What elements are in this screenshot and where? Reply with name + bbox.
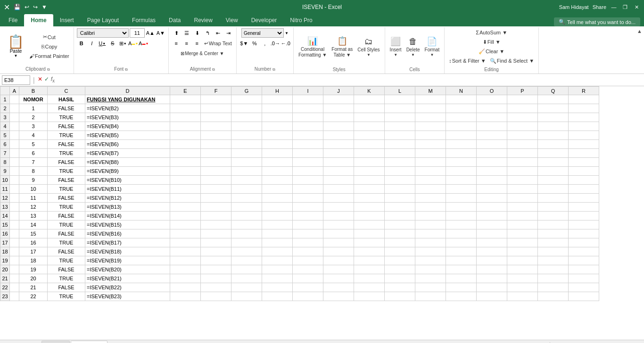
cell-P14[interactable] xyxy=(507,212,538,220)
align-center-button[interactable]: ≡ xyxy=(182,39,191,48)
cell-O22[interactable] xyxy=(477,283,507,292)
cell-A15[interactable] xyxy=(10,220,19,229)
cell-K9[interactable] xyxy=(354,167,385,176)
cell-F10[interactable] xyxy=(201,176,231,185)
cell-K17[interactable] xyxy=(354,238,385,247)
clear-button[interactable]: 🧹 Clear ▼ xyxy=(477,47,506,56)
formula-input[interactable] xyxy=(57,77,642,83)
cell-Q11[interactable] xyxy=(538,185,569,194)
restore-button[interactable]: ❐ xyxy=(621,3,629,11)
cell-M9[interactable] xyxy=(415,167,446,176)
cell-A22[interactable] xyxy=(10,283,19,292)
cell-L21[interactable] xyxy=(385,274,415,283)
cell-E19[interactable] xyxy=(170,256,201,265)
cell-P6[interactable] xyxy=(507,140,538,149)
cell-I19[interactable] xyxy=(293,256,323,265)
cell-F16[interactable] xyxy=(201,229,231,238)
row-number[interactable]: 14 xyxy=(0,212,10,220)
bold-button[interactable]: B xyxy=(77,39,86,48)
grid-scroll-area[interactable]: A B C D E F G H I J K L M N O xyxy=(0,86,644,340)
cell-P20[interactable] xyxy=(507,265,538,274)
cell-J6[interactable] xyxy=(323,140,354,149)
cell-H1[interactable] xyxy=(262,95,293,104)
cell-F12[interactable] xyxy=(201,194,231,203)
cell-J14[interactable] xyxy=(323,212,354,220)
cell-D3[interactable]: =ISEVEN(B3) xyxy=(85,113,170,122)
share-button[interactable]: Share xyxy=(593,4,606,10)
cell-R12[interactable] xyxy=(569,194,599,203)
number-format-select[interactable]: General xyxy=(241,28,284,38)
cell-L5[interactable] xyxy=(385,131,415,140)
cell-M4[interactable] xyxy=(415,122,446,131)
cell-R13[interactable] xyxy=(569,203,599,212)
cell-J11[interactable] xyxy=(323,185,354,194)
cell-A23[interactable] xyxy=(10,292,19,301)
cell-I5[interactable] xyxy=(293,131,323,140)
cell-E23[interactable] xyxy=(170,292,201,301)
cell-H17[interactable] xyxy=(262,238,293,247)
cell-K10[interactable] xyxy=(354,176,385,185)
cell-R11[interactable] xyxy=(569,185,599,194)
cell-C9[interactable]: TRUE xyxy=(48,167,85,176)
cell-Q15[interactable] xyxy=(538,220,569,229)
cell-H4[interactable] xyxy=(262,122,293,131)
cell-H23[interactable] xyxy=(262,292,293,301)
cell-L22[interactable] xyxy=(385,283,415,292)
cell-J8[interactable] xyxy=(323,158,354,167)
cell-A12[interactable] xyxy=(10,194,19,203)
tab-nitro-pro[interactable]: Nitro Pro xyxy=(283,14,319,26)
align-left-button[interactable]: ≡ xyxy=(172,39,181,48)
cell-B8[interactable]: 7 xyxy=(19,158,48,167)
cell-G23[interactable] xyxy=(231,292,262,301)
italic-button[interactable]: I xyxy=(87,39,97,48)
row-number[interactable]: 6 xyxy=(0,140,10,149)
cell-D10[interactable]: =ISEVEN(B10) xyxy=(85,176,170,185)
cell-E7[interactable] xyxy=(170,149,201,158)
tab-home[interactable]: Home xyxy=(24,14,53,26)
cell-I3[interactable] xyxy=(293,113,323,122)
increase-decimal-button[interactable]: ←.0 xyxy=(281,39,290,48)
cell-A4[interactable] xyxy=(10,122,19,131)
cell-K22[interactable] xyxy=(354,283,385,292)
cell-E17[interactable] xyxy=(170,238,201,247)
cell-K20[interactable] xyxy=(354,265,385,274)
cell-L20[interactable] xyxy=(385,265,415,274)
cell-N21[interactable] xyxy=(446,274,477,283)
cell-E13[interactable] xyxy=(170,203,201,212)
cell-A21[interactable] xyxy=(10,274,19,283)
cell-K15[interactable] xyxy=(354,220,385,229)
cell-N3[interactable] xyxy=(446,113,477,122)
cell-R20[interactable] xyxy=(569,265,599,274)
cell-Q16[interactable] xyxy=(538,229,569,238)
cell-F9[interactable] xyxy=(201,167,231,176)
cell-G7[interactable] xyxy=(231,149,262,158)
cell-H13[interactable] xyxy=(262,203,293,212)
cell-G22[interactable] xyxy=(231,283,262,292)
cell-O15[interactable] xyxy=(477,220,507,229)
cell-M21[interactable] xyxy=(415,274,446,283)
cell-P3[interactable] xyxy=(507,113,538,122)
cell-H16[interactable] xyxy=(262,229,293,238)
cell-C10[interactable]: FALSE xyxy=(48,176,85,185)
cell-H21[interactable] xyxy=(262,274,293,283)
find-select-button[interactable]: 🔍 Find & Select ▼ xyxy=(488,57,536,65)
cell-C19[interactable]: TRUE xyxy=(48,256,85,265)
cell-L3[interactable] xyxy=(385,113,415,122)
col-header-I[interactable]: I xyxy=(293,87,323,95)
tab-view[interactable]: View xyxy=(219,14,245,26)
cell-O4[interactable] xyxy=(477,122,507,131)
cell-Q20[interactable] xyxy=(538,265,569,274)
cell-P10[interactable] xyxy=(507,176,538,185)
cell-D15[interactable]: =ISEVEN(B15) xyxy=(85,220,170,229)
cell-M12[interactable] xyxy=(415,194,446,203)
cell-J9[interactable] xyxy=(323,167,354,176)
cell-D9[interactable]: =ISEVEN(B9) xyxy=(85,167,170,176)
row-number[interactable]: 13 xyxy=(0,203,10,212)
cell-L11[interactable] xyxy=(385,185,415,194)
cell-O19[interactable] xyxy=(477,256,507,265)
cell-I9[interactable] xyxy=(293,167,323,176)
merge-center-button[interactable]: ⊠ Merge & Center ▼ xyxy=(179,49,225,57)
cell-B12[interactable]: 11 xyxy=(19,194,48,203)
cell-F19[interactable] xyxy=(201,256,231,265)
col-header-N[interactable]: N xyxy=(446,87,477,95)
